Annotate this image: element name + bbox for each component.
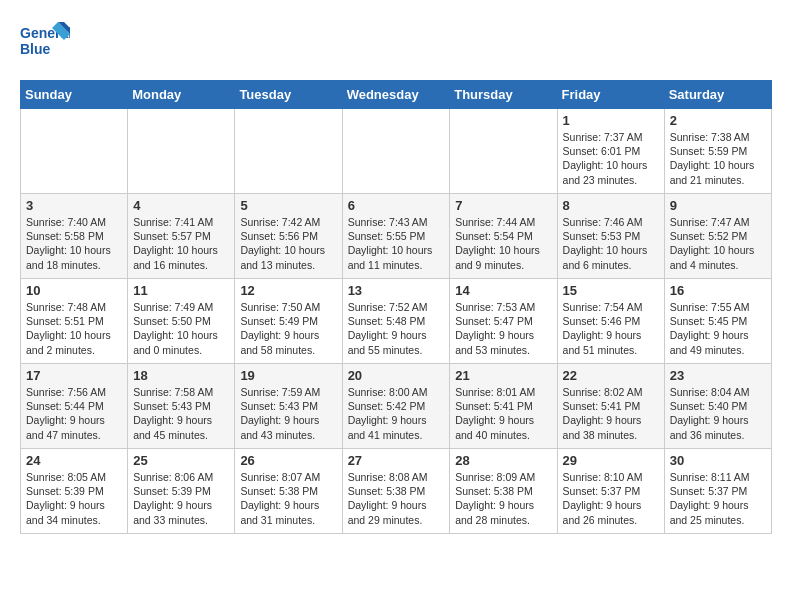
day-info: Sunrise: 8:04 AM Sunset: 5:40 PM Dayligh…	[670, 385, 766, 442]
logo: General Blue	[20, 20, 70, 64]
day-number: 7	[455, 198, 551, 213]
calendar-cell: 28Sunrise: 8:09 AM Sunset: 5:38 PM Dayli…	[450, 449, 557, 534]
weekday-header-row: SundayMondayTuesdayWednesdayThursdayFrid…	[21, 81, 772, 109]
day-number: 22	[563, 368, 659, 383]
day-number: 5	[240, 198, 336, 213]
calendar-week-row: 24Sunrise: 8:05 AM Sunset: 5:39 PM Dayli…	[21, 449, 772, 534]
weekday-header: Wednesday	[342, 81, 450, 109]
day-info: Sunrise: 8:00 AM Sunset: 5:42 PM Dayligh…	[348, 385, 445, 442]
weekday-header: Thursday	[450, 81, 557, 109]
calendar-cell: 20Sunrise: 8:00 AM Sunset: 5:42 PM Dayli…	[342, 364, 450, 449]
day-info: Sunrise: 7:54 AM Sunset: 5:46 PM Dayligh…	[563, 300, 659, 357]
day-info: Sunrise: 7:48 AM Sunset: 5:51 PM Dayligh…	[26, 300, 122, 357]
calendar-cell: 7Sunrise: 7:44 AM Sunset: 5:54 PM Daylig…	[450, 194, 557, 279]
calendar-cell: 8Sunrise: 7:46 AM Sunset: 5:53 PM Daylig…	[557, 194, 664, 279]
day-number: 14	[455, 283, 551, 298]
calendar-cell: 29Sunrise: 8:10 AM Sunset: 5:37 PM Dayli…	[557, 449, 664, 534]
calendar-table: SundayMondayTuesdayWednesdayThursdayFrid…	[20, 80, 772, 534]
day-number: 12	[240, 283, 336, 298]
calendar-cell: 6Sunrise: 7:43 AM Sunset: 5:55 PM Daylig…	[342, 194, 450, 279]
weekday-header: Friday	[557, 81, 664, 109]
day-number: 26	[240, 453, 336, 468]
calendar-cell: 22Sunrise: 8:02 AM Sunset: 5:41 PM Dayli…	[557, 364, 664, 449]
calendar-cell: 26Sunrise: 8:07 AM Sunset: 5:38 PM Dayli…	[235, 449, 342, 534]
day-number: 1	[563, 113, 659, 128]
day-number: 8	[563, 198, 659, 213]
day-info: Sunrise: 8:06 AM Sunset: 5:39 PM Dayligh…	[133, 470, 229, 527]
calendar-cell: 10Sunrise: 7:48 AM Sunset: 5:51 PM Dayli…	[21, 279, 128, 364]
calendar-cell: 5Sunrise: 7:42 AM Sunset: 5:56 PM Daylig…	[235, 194, 342, 279]
calendar-cell: 13Sunrise: 7:52 AM Sunset: 5:48 PM Dayli…	[342, 279, 450, 364]
calendar-week-row: 3Sunrise: 7:40 AM Sunset: 5:58 PM Daylig…	[21, 194, 772, 279]
calendar-week-row: 1Sunrise: 7:37 AM Sunset: 6:01 PM Daylig…	[21, 109, 772, 194]
day-info: Sunrise: 7:47 AM Sunset: 5:52 PM Dayligh…	[670, 215, 766, 272]
day-number: 25	[133, 453, 229, 468]
calendar-cell: 17Sunrise: 7:56 AM Sunset: 5:44 PM Dayli…	[21, 364, 128, 449]
weekday-header: Sunday	[21, 81, 128, 109]
day-info: Sunrise: 7:43 AM Sunset: 5:55 PM Dayligh…	[348, 215, 445, 272]
day-number: 15	[563, 283, 659, 298]
day-info: Sunrise: 7:38 AM Sunset: 5:59 PM Dayligh…	[670, 130, 766, 187]
day-number: 17	[26, 368, 122, 383]
day-number: 30	[670, 453, 766, 468]
day-number: 27	[348, 453, 445, 468]
day-info: Sunrise: 7:42 AM Sunset: 5:56 PM Dayligh…	[240, 215, 336, 272]
calendar-cell: 14Sunrise: 7:53 AM Sunset: 5:47 PM Dayli…	[450, 279, 557, 364]
day-number: 10	[26, 283, 122, 298]
day-number: 18	[133, 368, 229, 383]
day-info: Sunrise: 8:02 AM Sunset: 5:41 PM Dayligh…	[563, 385, 659, 442]
calendar-cell: 18Sunrise: 7:58 AM Sunset: 5:43 PM Dayli…	[128, 364, 235, 449]
day-number: 20	[348, 368, 445, 383]
header: General Blue	[20, 20, 772, 64]
day-info: Sunrise: 7:37 AM Sunset: 6:01 PM Dayligh…	[563, 130, 659, 187]
day-number: 6	[348, 198, 445, 213]
day-info: Sunrise: 8:10 AM Sunset: 5:37 PM Dayligh…	[563, 470, 659, 527]
calendar-cell: 16Sunrise: 7:55 AM Sunset: 5:45 PM Dayli…	[664, 279, 771, 364]
calendar-cell: 15Sunrise: 7:54 AM Sunset: 5:46 PM Dayli…	[557, 279, 664, 364]
weekday-header: Monday	[128, 81, 235, 109]
day-info: Sunrise: 8:11 AM Sunset: 5:37 PM Dayligh…	[670, 470, 766, 527]
day-info: Sunrise: 7:50 AM Sunset: 5:49 PM Dayligh…	[240, 300, 336, 357]
calendar-cell	[21, 109, 128, 194]
day-info: Sunrise: 7:53 AM Sunset: 5:47 PM Dayligh…	[455, 300, 551, 357]
calendar-week-row: 10Sunrise: 7:48 AM Sunset: 5:51 PM Dayli…	[21, 279, 772, 364]
day-info: Sunrise: 7:46 AM Sunset: 5:53 PM Dayligh…	[563, 215, 659, 272]
calendar-cell: 9Sunrise: 7:47 AM Sunset: 5:52 PM Daylig…	[664, 194, 771, 279]
calendar-cell: 24Sunrise: 8:05 AM Sunset: 5:39 PM Dayli…	[21, 449, 128, 534]
day-info: Sunrise: 7:44 AM Sunset: 5:54 PM Dayligh…	[455, 215, 551, 272]
calendar-cell: 3Sunrise: 7:40 AM Sunset: 5:58 PM Daylig…	[21, 194, 128, 279]
logo-svg: General Blue	[20, 20, 70, 64]
day-info: Sunrise: 7:40 AM Sunset: 5:58 PM Dayligh…	[26, 215, 122, 272]
calendar-cell: 21Sunrise: 8:01 AM Sunset: 5:41 PM Dayli…	[450, 364, 557, 449]
day-number: 19	[240, 368, 336, 383]
calendar-cell	[235, 109, 342, 194]
calendar-cell	[450, 109, 557, 194]
day-info: Sunrise: 8:01 AM Sunset: 5:41 PM Dayligh…	[455, 385, 551, 442]
day-number: 11	[133, 283, 229, 298]
day-info: Sunrise: 7:41 AM Sunset: 5:57 PM Dayligh…	[133, 215, 229, 272]
day-number: 4	[133, 198, 229, 213]
day-info: Sunrise: 8:07 AM Sunset: 5:38 PM Dayligh…	[240, 470, 336, 527]
day-number: 21	[455, 368, 551, 383]
weekday-header: Saturday	[664, 81, 771, 109]
calendar-cell: 25Sunrise: 8:06 AM Sunset: 5:39 PM Dayli…	[128, 449, 235, 534]
day-info: Sunrise: 8:05 AM Sunset: 5:39 PM Dayligh…	[26, 470, 122, 527]
calendar-cell: 19Sunrise: 7:59 AM Sunset: 5:43 PM Dayli…	[235, 364, 342, 449]
day-info: Sunrise: 8:08 AM Sunset: 5:38 PM Dayligh…	[348, 470, 445, 527]
calendar-week-row: 17Sunrise: 7:56 AM Sunset: 5:44 PM Dayli…	[21, 364, 772, 449]
calendar-cell: 23Sunrise: 8:04 AM Sunset: 5:40 PM Dayli…	[664, 364, 771, 449]
day-info: Sunrise: 7:52 AM Sunset: 5:48 PM Dayligh…	[348, 300, 445, 357]
calendar-cell	[128, 109, 235, 194]
calendar-cell: 27Sunrise: 8:08 AM Sunset: 5:38 PM Dayli…	[342, 449, 450, 534]
day-info: Sunrise: 7:49 AM Sunset: 5:50 PM Dayligh…	[133, 300, 229, 357]
calendar-cell: 30Sunrise: 8:11 AM Sunset: 5:37 PM Dayli…	[664, 449, 771, 534]
day-number: 23	[670, 368, 766, 383]
calendar-cell	[342, 109, 450, 194]
calendar-cell: 11Sunrise: 7:49 AM Sunset: 5:50 PM Dayli…	[128, 279, 235, 364]
day-number: 2	[670, 113, 766, 128]
calendar-cell: 12Sunrise: 7:50 AM Sunset: 5:49 PM Dayli…	[235, 279, 342, 364]
weekday-header: Tuesday	[235, 81, 342, 109]
day-number: 3	[26, 198, 122, 213]
day-number: 28	[455, 453, 551, 468]
day-number: 16	[670, 283, 766, 298]
